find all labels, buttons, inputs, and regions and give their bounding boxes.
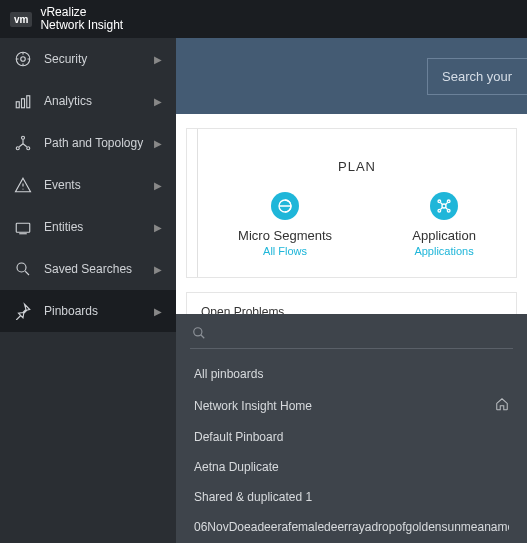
svg-rect-2 [16,102,19,108]
svg-point-16 [194,328,202,336]
sidebar-item-label: Pinboards [44,304,154,318]
svg-point-14 [438,209,441,212]
sidebar-item-label: Entities [44,220,154,234]
chevron-right-icon: ▶ [154,54,162,65]
flyout-item-label: Shared & duplicated 1 [194,490,312,504]
flyout-item-shared-duplicated-1[interactable]: Shared & duplicated 1 [190,482,513,512]
svg-point-15 [447,209,450,212]
search-input[interactable] [427,58,527,95]
topology-icon [14,134,32,152]
flyout-item-network-insight-home[interactable]: Network Insight Home [190,389,513,422]
saved-search-icon [14,260,32,278]
sidebar-item-label: Path and Topology [44,136,154,150]
chevron-right-icon: ▶ [154,222,162,233]
flyout-item-label: 06NovDoeadeerafemaledeerrayadropofgolden… [194,520,509,534]
plan-card-sub[interactable]: All Flows [263,245,307,257]
chevron-right-icon: ▶ [154,180,162,191]
flyout-item-aetna-duplicate[interactable]: Aetna Duplicate [190,452,513,482]
sidebar-item-security[interactable]: Security ▶ [0,38,176,80]
search-bar [176,38,527,114]
svg-point-9 [17,263,26,272]
pinboards-flyout: All pinboards Network Insight Home Defau… [176,314,527,543]
flyout-item-label: Default Pinboard [194,430,283,444]
plan-card-title: Application [412,228,476,243]
search-icon [192,326,206,340]
svg-rect-8 [16,223,30,232]
micro-segments-icon [271,192,299,220]
sidebar-item-path-topology[interactable]: Path and Topology ▶ [0,122,176,164]
plan-panel: PLAN Micro Segments All Flows Applicatio [186,128,517,278]
home-icon [495,397,509,414]
sidebar-item-label: Analytics [44,94,154,108]
plan-header: PLAN [198,159,516,174]
svg-point-13 [447,200,450,203]
sidebar-item-label: Events [44,178,154,192]
sidebar-item-pinboards[interactable]: Pinboards ▶ [0,290,176,332]
flyout-search[interactable] [190,322,513,349]
flyout-item-06nov-long[interactable]: 06NovDoeadeerafemaledeerrayadropofgolden… [190,512,513,542]
application-icon [430,192,458,220]
plan-card-application[interactable]: Application Applications [412,192,476,257]
flyout-item-label: All pinboards [194,367,263,381]
app-header: vm vRealize Network Insight [0,0,527,38]
chevron-right-icon: ▶ [154,264,162,275]
plan-card-sub[interactable]: Applications [414,245,473,257]
pinboard-icon [14,302,32,320]
flyout-item-label: Network Insight Home [194,399,312,413]
svg-rect-4 [27,96,30,108]
svg-rect-3 [22,99,25,108]
sidebar-item-analytics[interactable]: Analytics ▶ [0,80,176,122]
svg-point-7 [27,147,30,150]
sidebar-item-entities[interactable]: Entities ▶ [0,206,176,248]
svg-point-12 [438,200,441,203]
security-icon [14,50,32,68]
plan-card-micro-segments[interactable]: Micro Segments All Flows [238,192,332,257]
sidebar-item-label: Saved Searches [44,262,154,276]
sidebar-item-label: Security [44,52,154,66]
plan-card-title: Micro Segments [238,228,332,243]
sidebar-item-events[interactable]: Events ▶ [0,164,176,206]
chevron-right-icon: ▶ [154,96,162,107]
svg-point-6 [16,147,19,150]
analytics-icon [14,92,32,110]
brand-line2: Network Insight [40,19,123,32]
svg-point-1 [21,57,26,62]
svg-point-5 [22,136,25,139]
events-icon [14,176,32,194]
flyout-item-label: Aetna Duplicate [194,460,279,474]
brand-badge: vm [10,12,32,27]
flyout-item-all-pinboards[interactable]: All pinboards [190,359,513,389]
sidebar-item-saved-searches[interactable]: Saved Searches ▶ [0,248,176,290]
sidebar: Security ▶ Analytics ▶ Path and Topology… [0,0,176,543]
flyout-item-default-pinboard[interactable]: Default Pinboard [190,422,513,452]
chevron-right-icon: ▶ [154,138,162,149]
chevron-right-icon: ▶ [154,306,162,317]
entities-icon [14,218,32,236]
brand-text: vRealize Network Insight [40,6,123,32]
